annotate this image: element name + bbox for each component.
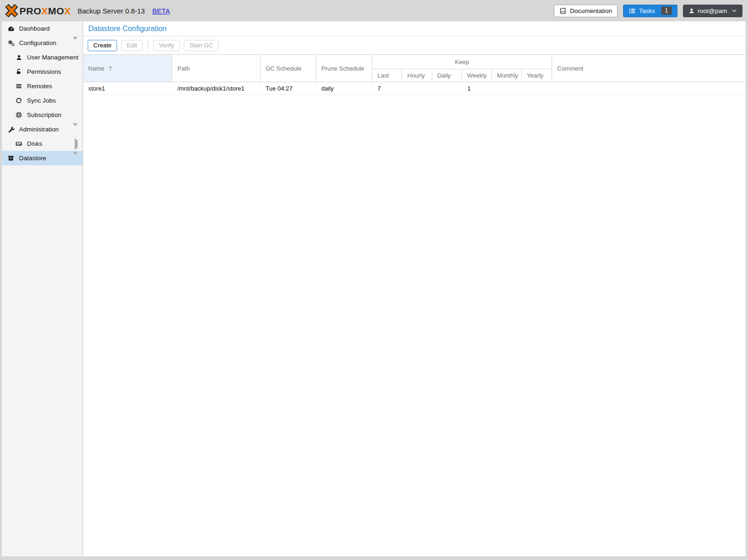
sidebar-item-configuration[interactable]: Configuration	[2, 36, 83, 50]
column-header-prune-schedule[interactable]: Prune Schedule	[316, 55, 372, 82]
column-header-keep-last[interactable]: Last	[372, 69, 402, 82]
verify-button[interactable]: Verify	[153, 40, 180, 51]
proxmox-x-icon	[5, 4, 19, 17]
beta-link[interactable]: BETA	[152, 7, 170, 15]
toolbar-separator	[148, 41, 148, 49]
cell-path: /mnt/backup/disk1/store1	[172, 85, 260, 92]
chevron-down-icon[interactable]	[73, 155, 78, 162]
product-title: Backup Server 0.8-13	[78, 7, 145, 15]
sidebar-item-user-management[interactable]: User Management	[2, 50, 83, 65]
column-header-gc-schedule[interactable]: GC Schedule	[260, 55, 316, 82]
sync-icon	[15, 97, 23, 104]
create-button[interactable]: Create	[88, 40, 117, 51]
toolbar: Create Edit Verify Start GC	[83, 36, 746, 54]
column-header-keep-weekly[interactable]: Weekly	[462, 69, 492, 82]
table-row[interactable]: store1 /mnt/backup/disk1/store1 Tue 04:2…	[83, 82, 746, 95]
table-header: Name Path GC Schedule Prune Schedule Kee…	[83, 54, 746, 82]
sidebar-item-administration[interactable]: Administration	[2, 122, 83, 137]
documentation-button[interactable]: Documentation	[554, 5, 618, 17]
user-icon	[15, 54, 23, 61]
chevron-down-icon	[732, 9, 737, 13]
main-panel: Datastore Configuration Create Edit Veri…	[83, 21, 746, 556]
column-header-keep-monthly[interactable]: Monthly	[492, 69, 521, 82]
wrench-icon	[7, 126, 15, 133]
column-header-keep-yearly[interactable]: Yearly	[522, 69, 552, 82]
column-header-path[interactable]: Path	[172, 55, 260, 82]
proxmox-logo: PROXMOX	[5, 4, 71, 17]
tasks-button[interactable]: Tasks 1	[623, 5, 677, 17]
chevron-down-icon[interactable]	[73, 39, 78, 46]
sidebar-item-remotes[interactable]: Remotes	[2, 79, 83, 93]
cell-prune-schedule: daily	[316, 85, 372, 92]
hard-disk-icon	[15, 140, 23, 147]
sidebar-item-permissions[interactable]: Permissions	[2, 65, 83, 79]
sidebar-nav: Dashboard Configuration User Management	[2, 21, 83, 556]
top-bar: PROXMOX Backup Server 0.8-13 BETA Docume…	[0, 0, 748, 21]
list-icon	[15, 83, 23, 90]
user-icon	[689, 8, 695, 14]
column-header-name[interactable]: Name	[83, 55, 172, 82]
cell-keep-weekly: 1	[462, 85, 493, 92]
column-header-comment[interactable]: Comment	[552, 55, 746, 82]
cell-gc-schedule: Tue 04:27	[260, 85, 316, 92]
tasks-count-badge: 1	[661, 7, 672, 15]
sidebar-item-subscription[interactable]: Subscription	[2, 108, 83, 122]
archive-box-icon	[7, 155, 15, 162]
sidebar-item-datastore[interactable]: Datastore	[2, 151, 83, 165]
chevron-down-icon[interactable]	[73, 126, 78, 133]
start-gc-button[interactable]: Start GC	[184, 40, 219, 51]
life-ring-icon	[15, 111, 23, 118]
book-icon	[559, 7, 566, 14]
column-header-keep-daily[interactable]: Daily	[432, 69, 462, 82]
dashboard-icon	[7, 25, 15, 33]
unlock-icon	[15, 68, 23, 75]
keep-group-label: Keep	[372, 55, 552, 69]
sort-ascending-icon	[108, 65, 113, 72]
user-menu-button[interactable]: root@pam	[683, 5, 742, 17]
sidebar-item-sync-jobs[interactable]: Sync Jobs	[2, 93, 83, 108]
cell-name: store1	[83, 85, 172, 92]
column-group-keep: Keep Last Hourly Daily Weekly Monthly Ye…	[372, 55, 552, 82]
sidebar-item-dashboard[interactable]: Dashboard	[2, 21, 83, 36]
gears-icon	[7, 39, 15, 47]
page-title: Datastore Configuration	[83, 21, 746, 36]
task-list-icon	[629, 7, 636, 14]
topbar-actions: Documentation Tasks 1 root@pam	[554, 5, 743, 17]
edit-button[interactable]: Edit	[121, 40, 143, 51]
cell-keep-last: 7	[372, 85, 403, 92]
sidebar-item-disks[interactable]: Disks	[2, 137, 83, 151]
chevron-right-icon[interactable]	[75, 140, 78, 147]
column-header-keep-hourly[interactable]: Hourly	[402, 69, 432, 82]
proxmox-wordmark: PROXMOX	[20, 6, 71, 16]
